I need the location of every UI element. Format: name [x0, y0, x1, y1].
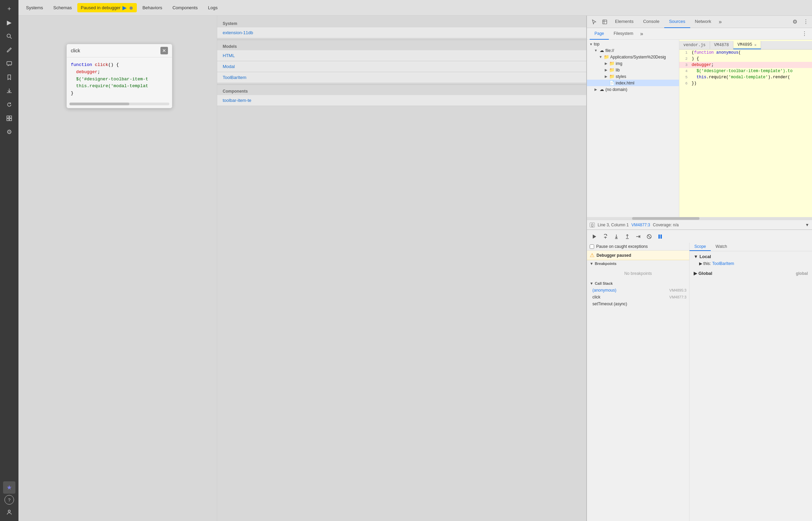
scope-global-header[interactable]: ▶ Global global — [692, 269, 809, 277]
list-item-modal[interactable]: Modal — [217, 61, 586, 72]
list-item-toolbaritem[interactable]: ToolBarItem — [217, 72, 586, 83]
list-item-html[interactable]: HTML — [217, 50, 586, 61]
debugger-deactivate-btn[interactable] — [644, 232, 654, 241]
tab-console[interactable]: Console — [638, 16, 664, 28]
svg-rect-2 — [7, 62, 12, 65]
sidebar-grid-icon[interactable] — [3, 112, 15, 124]
code-tab-vm4895[interactable]: VM4895 ✕ — [733, 41, 761, 49]
click-popup-close-button[interactable]: ✕ — [160, 47, 168, 54]
tab-sources[interactable]: Sources — [664, 16, 690, 28]
tree-item-lib[interactable]: ▶ 📁 lib — [587, 67, 679, 73]
app-canvas: click ✕ function click() { debugger; $('… — [18, 16, 217, 521]
tree-cloud-icon-nodomain: ☁ — [599, 87, 605, 92]
devtools-cursor-icon[interactable] — [588, 16, 599, 28]
subtab-filesystem[interactable]: Filesystem — [609, 28, 638, 40]
sidebar-add-icon[interactable]: + — [3, 3, 15, 15]
scope-local-section: ▼ Local ▶ this: ToolBarItem — [690, 251, 812, 268]
code-tab-vm4878[interactable]: VM4878 — [710, 41, 733, 49]
debugger-step-btn[interactable] — [633, 232, 643, 241]
tree-item-index[interactable]: ▶ 📄 index.html — [587, 80, 679, 86]
status-arrow-icon[interactable]: ▼ — [805, 223, 809, 227]
callstack-entry-click[interactable]: click VM4877:3 — [587, 294, 689, 300]
sidebar-edit-icon[interactable] — [3, 44, 15, 56]
pause-checkbox-row: Pause on caught exceptions — [587, 243, 689, 251]
debugger-play-icon[interactable]: ▶ — [122, 4, 127, 11]
sidebar-play-icon[interactable]: ▶ — [3, 16, 15, 29]
devtools-upper: Page Filesystem » ⋮ ▼ top — [587, 28, 812, 230]
devtools-top-tabs: Elements Console Sources Network » ⚙ ⋮ — [587, 16, 812, 28]
sidebar-settings-icon[interactable]: ⚙ — [3, 126, 15, 138]
scope-tab-scope[interactable]: Scope — [690, 243, 711, 251]
pause-checkbox[interactable] — [590, 244, 594, 249]
tab-components[interactable]: Components — [168, 4, 202, 12]
callstack-entry-anonymous[interactable]: (anonymous) VM4895:3 — [587, 287, 689, 294]
debugger-resume-btn[interactable] — [590, 232, 599, 241]
devtools-panel: Elements Console Sources Network » ⚙ ⋮ P… — [586, 16, 812, 521]
tree-folder-icon-styles: 📁 — [609, 74, 615, 79]
sidebar-download-icon[interactable] — [3, 85, 15, 97]
tree-item-styles[interactable]: ▶ 📁 styles — [587, 73, 679, 80]
divider-2 — [217, 84, 586, 85]
scope-tab-watch[interactable]: Watch — [711, 243, 732, 251]
subtab-action-menu[interactable]: ⋮ — [800, 29, 809, 39]
scope-this-key[interactable]: ▶ this: — [699, 261, 711, 266]
code-editor[interactable]: vendor.js VM4878 VM4895 ✕ 1 (function an… — [679, 40, 812, 217]
scope-local-arrow-icon: ▼ — [694, 254, 698, 259]
devtools-more-btn[interactable]: ⋮ — [801, 17, 811, 27]
tree-item-img[interactable]: ▶ 📁 img — [587, 60, 679, 67]
tab-systems[interactable]: Systems — [21, 4, 48, 12]
tree-label-file: file:// — [605, 48, 614, 53]
sidebar-refresh-icon[interactable] — [3, 98, 15, 111]
tab-network[interactable]: Network — [690, 16, 716, 28]
section-header-models: Models — [217, 41, 586, 50]
callstack-entry-settimeout[interactable]: setTimeout (async) — [587, 300, 689, 307]
debugger-step-out-btn[interactable] — [623, 232, 632, 241]
sidebar-help-icon[interactable]: ? — [4, 495, 14, 505]
format-icon[interactable]: {} — [590, 223, 595, 227]
tree-item-top[interactable]: ▼ top — [587, 41, 679, 47]
code-tab-vendor[interactable]: vendor.js — [679, 41, 710, 49]
devtools-settings-btn[interactable]: ⚙ — [790, 17, 800, 27]
list-item-toolbar-item[interactable]: toolbar-item-te — [217, 95, 586, 106]
breakpoints-section[interactable]: ▼ Breakpoints — [587, 260, 689, 267]
tab-schemas[interactable]: Schemas — [49, 4, 77, 12]
subtab-more[interactable]: » — [638, 31, 645, 37]
tab-logs[interactable]: Logs — [203, 4, 222, 12]
tree-item-file[interactable]: ▼ ☁ file:// — [587, 47, 679, 54]
popup-scrollbar[interactable] — [69, 103, 169, 105]
sidebar-bookmark-icon[interactable] — [3, 71, 15, 83]
tab-behaviors[interactable]: Behaviors — [137, 4, 167, 12]
sidebar-search-icon[interactable] — [3, 30, 15, 42]
scope-global-val: global — [796, 271, 808, 276]
svg-rect-3 — [7, 116, 9, 118]
tree-arrow-nodomain: ▶ — [593, 88, 599, 91]
code-tab-close-icon[interactable]: ✕ — [754, 43, 757, 47]
list-item-extension[interactable]: extension-11db — [217, 27, 586, 38]
pause-dot-icon: ⚠ — [590, 252, 594, 258]
callstack-section[interactable]: ▼ Call Stack — [587, 280, 689, 287]
sidebar-star-icon[interactable]: ★ — [3, 481, 15, 494]
subtab-page[interactable]: Page — [590, 28, 609, 40]
status-vm-link[interactable]: VM4877:3 — [631, 223, 650, 227]
tree-arrow-lib: ▶ — [603, 68, 609, 72]
debugger-step-over-btn[interactable] — [601, 232, 610, 241]
tree-item-apps[interactable]: ▼ 📁 Applications/System%20Desig — [587, 54, 679, 60]
callstack-vm-click: VM4877:3 — [669, 295, 686, 299]
sidebar-user-icon[interactable] — [3, 506, 15, 518]
svg-line-19 — [648, 235, 651, 238]
tree-label-apps: Applications/System%20Desig — [610, 55, 666, 59]
devtools-more-tabs[interactable]: » — [716, 16, 724, 28]
debugger-record-icon[interactable]: ⏺ — [129, 5, 133, 11]
svg-rect-4 — [10, 116, 12, 118]
sidebar: + ▶ — [0, 0, 18, 521]
subtab-actions: ⋮ — [800, 29, 809, 39]
debugger-pause-btn[interactable] — [655, 232, 665, 241]
debugger-step-into-btn[interactable] — [612, 232, 621, 241]
code-hscrollbar[interactable] — [587, 217, 812, 220]
devtools-inspect-icon[interactable] — [599, 16, 610, 28]
tab-elements[interactable]: Elements — [610, 16, 638, 28]
tree-item-nodomain[interactable]: ▶ ☁ (no domain) — [587, 86, 679, 93]
scope-local-header[interactable]: ▼ Local — [692, 253, 809, 260]
sidebar-message-icon[interactable] — [3, 57, 15, 70]
tree-folder-icon-img: 📁 — [609, 61, 615, 66]
